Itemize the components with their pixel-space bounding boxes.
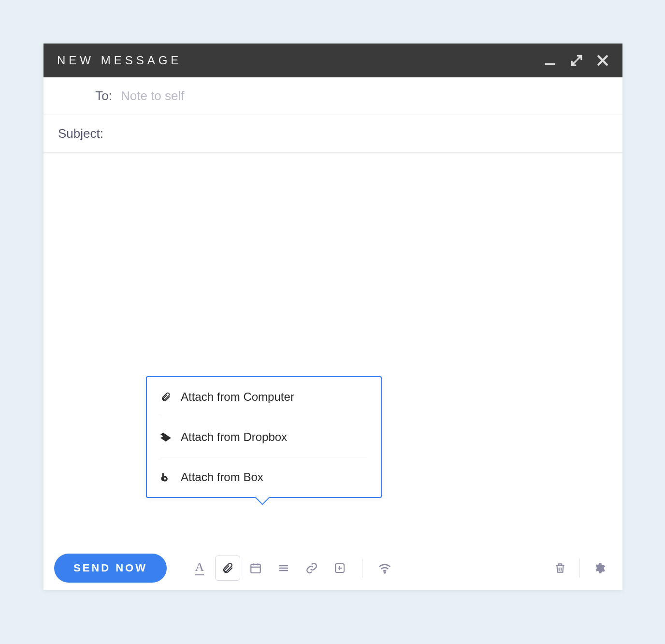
gear-icon (593, 562, 606, 574)
trash-icon (554, 562, 566, 574)
box-icon (160, 472, 171, 483)
trash-button[interactable] (548, 556, 573, 581)
attach-from-dropbox-label: Attach from Dropbox (181, 430, 287, 444)
paperclip-icon (160, 392, 171, 402)
calendar-button[interactable] (243, 556, 268, 581)
to-label: To: (58, 88, 121, 103)
wifi-icon (378, 561, 391, 575)
text-format-icon: A (195, 561, 204, 575)
footer-right (548, 556, 612, 581)
settings-button[interactable] (587, 556, 612, 581)
toolbar-divider (579, 558, 580, 578)
attach-button[interactable] (215, 556, 240, 581)
dropbox-icon (160, 432, 171, 442)
calendar-icon (249, 562, 262, 574)
svg-rect-0 (545, 63, 555, 65)
send-button[interactable]: SEND NOW (54, 554, 167, 583)
text-format-button[interactable]: A (187, 556, 212, 581)
hamburger-icon (278, 562, 289, 574)
link-icon (305, 562, 318, 574)
attach-from-dropbox[interactable]: Attach from Dropbox (147, 417, 381, 457)
subject-row[interactable]: Subject: (43, 115, 622, 153)
attach-from-box-label: Attach from Box (181, 470, 263, 484)
plus-square-icon (334, 562, 346, 574)
titlebar: NEW MESSAGE (43, 44, 622, 77)
link-button[interactable] (299, 556, 324, 581)
svg-point-3 (384, 572, 385, 573)
toolbar: A (187, 556, 397, 581)
svg-rect-1 (251, 564, 260, 572)
attach-from-computer[interactable]: Attach from Computer (147, 377, 381, 417)
close-button[interactable] (596, 54, 609, 67)
to-placeholder: Note to self (121, 88, 185, 103)
window-title: NEW MESSAGE (57, 54, 182, 67)
footer: SEND NOW A (43, 546, 622, 590)
list-button[interactable] (271, 556, 296, 581)
attach-from-computer-label: Attach from Computer (181, 390, 294, 404)
window-controls (543, 54, 609, 67)
to-row[interactable]: To: Note to self (43, 77, 622, 115)
toolbar-divider (362, 558, 362, 578)
template-button[interactable] (327, 556, 352, 581)
expand-button[interactable] (570, 54, 583, 67)
compose-window: NEW MESSAGE To: Note to self Subject: At… (43, 44, 622, 590)
paperclip-icon (221, 562, 234, 574)
connection-button[interactable] (372, 556, 397, 581)
minimize-button[interactable] (543, 54, 557, 67)
subject-label: Subject: (58, 126, 103, 141)
message-body[interactable]: Attach from Computer Attach from Dropbox… (43, 153, 622, 546)
attach-menu: Attach from Computer Attach from Dropbox… (146, 376, 382, 498)
